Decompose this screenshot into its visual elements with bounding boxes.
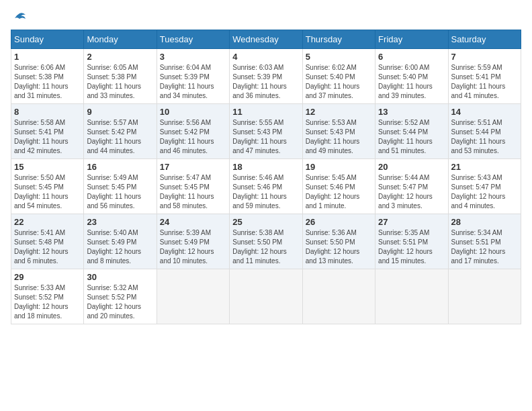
day-info: Sunrise: 6:05 AMSunset: 5:38 PMDaylight:…: [87, 63, 153, 101]
day-info: Sunrise: 5:39 AMSunset: 5:49 PMDaylight:…: [160, 228, 226, 266]
day-number: 4: [232, 52, 299, 62]
day-info: Sunrise: 5:36 AMSunset: 5:50 PMDaylight:…: [306, 228, 372, 266]
day-info: Sunrise: 5:59 AMSunset: 5:41 PMDaylight:…: [451, 63, 518, 101]
day-number: 7: [451, 52, 518, 62]
calendar-cell: [448, 269, 521, 324]
day-number: 2: [87, 52, 153, 62]
column-header-friday: Friday: [375, 30, 448, 49]
calendar-cell: [157, 269, 229, 324]
page-header: [11, 11, 521, 23]
day-number: 6: [378, 52, 445, 62]
column-header-sunday: Sunday: [11, 30, 84, 49]
day-number: 10: [160, 107, 226, 117]
day-number: 19: [306, 162, 372, 172]
day-info: Sunrise: 5:43 AMSunset: 5:47 PMDaylight:…: [451, 173, 518, 211]
day-info: Sunrise: 5:51 AMSunset: 5:44 PMDaylight:…: [451, 118, 518, 156]
calendar-cell: 11Sunrise: 5:55 AMSunset: 5:43 PMDayligh…: [230, 104, 302, 159]
calendar-cell: 19Sunrise: 5:45 AMSunset: 5:46 PMDayligh…: [302, 159, 375, 214]
day-number: 22: [14, 217, 81, 227]
calendar-cell: 13Sunrise: 5:52 AMSunset: 5:44 PMDayligh…: [375, 104, 448, 159]
calendar-cell: 7Sunrise: 5:59 AMSunset: 5:41 PMDaylight…: [448, 49, 521, 104]
calendar-cell: 15Sunrise: 5:50 AMSunset: 5:45 PMDayligh…: [11, 159, 84, 214]
day-number: 15: [14, 162, 81, 172]
day-number: 26: [306, 217, 372, 227]
logo-bird-icon: [12, 11, 27, 26]
calendar-cell: 26Sunrise: 5:36 AMSunset: 5:50 PMDayligh…: [302, 214, 375, 269]
calendar-cell: 16Sunrise: 5:49 AMSunset: 5:45 PMDayligh…: [84, 159, 157, 214]
calendar-cell: 12Sunrise: 5:53 AMSunset: 5:43 PMDayligh…: [302, 104, 375, 159]
day-number: 25: [232, 217, 299, 227]
day-info: Sunrise: 5:33 AMSunset: 5:52 PMDaylight:…: [14, 283, 81, 321]
calendar-week-row: 8Sunrise: 5:58 AMSunset: 5:41 PMDaylight…: [11, 104, 521, 159]
calendar-cell: 14Sunrise: 5:51 AMSunset: 5:44 PMDayligh…: [448, 104, 521, 159]
calendar-cell: 1Sunrise: 6:06 AMSunset: 5:38 PMDaylight…: [11, 49, 84, 104]
column-header-tuesday: Tuesday: [157, 30, 229, 49]
calendar-cell: 25Sunrise: 5:38 AMSunset: 5:50 PMDayligh…: [230, 214, 302, 269]
calendar-cell: 3Sunrise: 6:04 AMSunset: 5:39 PMDaylight…: [157, 49, 229, 104]
day-info: Sunrise: 5:58 AMSunset: 5:41 PMDaylight:…: [14, 118, 81, 156]
calendar-cell: [375, 269, 448, 324]
day-info: Sunrise: 5:40 AMSunset: 5:49 PMDaylight:…: [87, 228, 153, 266]
column-header-thursday: Thursday: [302, 30, 375, 49]
calendar-week-row: 1Sunrise: 6:06 AMSunset: 5:38 PMDaylight…: [11, 49, 521, 104]
day-info: Sunrise: 5:44 AMSunset: 5:47 PMDaylight:…: [378, 173, 445, 211]
day-number: 18: [232, 162, 299, 172]
calendar-cell: 8Sunrise: 5:58 AMSunset: 5:41 PMDaylight…: [11, 104, 84, 159]
calendar-cell: 18Sunrise: 5:46 AMSunset: 5:46 PMDayligh…: [230, 159, 302, 214]
day-info: Sunrise: 5:53 AMSunset: 5:43 PMDaylight:…: [306, 118, 372, 156]
day-info: Sunrise: 5:38 AMSunset: 5:50 PMDaylight:…: [232, 228, 299, 266]
column-header-monday: Monday: [84, 30, 157, 49]
calendar-cell: 6Sunrise: 6:00 AMSunset: 5:40 PMDaylight…: [375, 49, 448, 104]
day-info: Sunrise: 5:34 AMSunset: 5:51 PMDaylight:…: [451, 228, 518, 266]
day-number: 3: [160, 52, 226, 62]
calendar-cell: 30Sunrise: 5:32 AMSunset: 5:52 PMDayligh…: [84, 269, 157, 324]
day-info: Sunrise: 6:03 AMSunset: 5:39 PMDaylight:…: [232, 63, 299, 101]
column-header-saturday: Saturday: [448, 30, 521, 49]
day-info: Sunrise: 5:57 AMSunset: 5:42 PMDaylight:…: [87, 118, 153, 156]
day-number: 12: [306, 107, 372, 117]
day-info: Sunrise: 5:47 AMSunset: 5:45 PMDaylight:…: [160, 173, 226, 211]
calendar-cell: 10Sunrise: 5:56 AMSunset: 5:42 PMDayligh…: [157, 104, 229, 159]
day-info: Sunrise: 6:02 AMSunset: 5:40 PMDaylight:…: [306, 63, 372, 101]
calendar-cell: 20Sunrise: 5:44 AMSunset: 5:47 PMDayligh…: [375, 159, 448, 214]
calendar-cell: 29Sunrise: 5:33 AMSunset: 5:52 PMDayligh…: [11, 269, 84, 324]
day-info: Sunrise: 5:49 AMSunset: 5:45 PMDaylight:…: [87, 173, 153, 211]
logo: [11, 11, 27, 23]
day-number: 27: [378, 217, 445, 227]
day-info: Sunrise: 6:06 AMSunset: 5:38 PMDaylight:…: [14, 63, 81, 101]
day-info: Sunrise: 5:45 AMSunset: 5:46 PMDaylight:…: [306, 173, 372, 211]
day-number: 20: [378, 162, 445, 172]
calendar-cell: 22Sunrise: 5:41 AMSunset: 5:48 PMDayligh…: [11, 214, 84, 269]
day-info: Sunrise: 5:56 AMSunset: 5:42 PMDaylight:…: [160, 118, 226, 156]
calendar-cell: 23Sunrise: 5:40 AMSunset: 5:49 PMDayligh…: [84, 214, 157, 269]
day-number: 14: [451, 107, 518, 117]
calendar-cell: 21Sunrise: 5:43 AMSunset: 5:47 PMDayligh…: [448, 159, 521, 214]
day-number: 28: [451, 217, 518, 227]
calendar-week-row: 22Sunrise: 5:41 AMSunset: 5:48 PMDayligh…: [11, 214, 521, 269]
day-info: Sunrise: 5:52 AMSunset: 5:44 PMDaylight:…: [378, 118, 445, 156]
day-info: Sunrise: 5:46 AMSunset: 5:46 PMDaylight:…: [232, 173, 299, 211]
day-number: 30: [87, 272, 153, 282]
column-header-wednesday: Wednesday: [230, 30, 302, 49]
calendar-cell: 17Sunrise: 5:47 AMSunset: 5:45 PMDayligh…: [157, 159, 229, 214]
day-info: Sunrise: 6:00 AMSunset: 5:40 PMDaylight:…: [378, 63, 445, 101]
day-number: 29: [14, 272, 81, 282]
calendar-week-row: 15Sunrise: 5:50 AMSunset: 5:45 PMDayligh…: [11, 159, 521, 214]
day-number: 9: [87, 107, 153, 117]
calendar-cell: [302, 269, 375, 324]
calendar-cell: 5Sunrise: 6:02 AMSunset: 5:40 PMDaylight…: [302, 49, 375, 104]
calendar-table: SundayMondayTuesdayWednesdayThursdayFrid…: [11, 30, 521, 324]
calendar-week-row: 29Sunrise: 5:33 AMSunset: 5:52 PMDayligh…: [11, 269, 521, 324]
day-info: Sunrise: 5:32 AMSunset: 5:52 PMDaylight:…: [87, 283, 153, 321]
day-number: 13: [378, 107, 445, 117]
day-number: 5: [306, 52, 372, 62]
day-number: 24: [160, 217, 226, 227]
calendar-cell: 28Sunrise: 5:34 AMSunset: 5:51 PMDayligh…: [448, 214, 521, 269]
day-info: Sunrise: 5:50 AMSunset: 5:45 PMDaylight:…: [14, 173, 81, 211]
day-info: Sunrise: 5:41 AMSunset: 5:48 PMDaylight:…: [14, 228, 81, 266]
day-number: 16: [87, 162, 153, 172]
calendar-cell: 24Sunrise: 5:39 AMSunset: 5:49 PMDayligh…: [157, 214, 229, 269]
day-number: 8: [14, 107, 81, 117]
day-number: 11: [232, 107, 299, 117]
day-number: 17: [160, 162, 226, 172]
